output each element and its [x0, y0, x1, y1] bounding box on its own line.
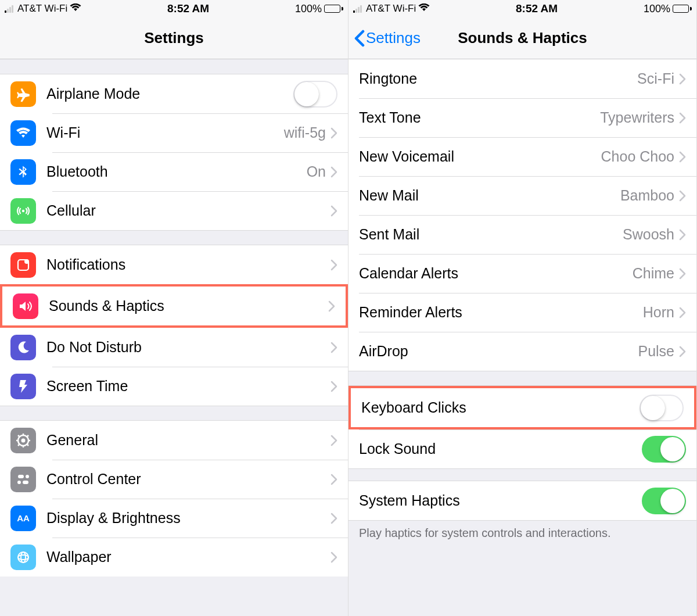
row-general[interactable]: General	[0, 421, 348, 460]
chevron-right-icon	[679, 307, 686, 318]
highlight-sounds: Sounds & Haptics	[0, 284, 348, 328]
screen-time-icon	[10, 374, 36, 399]
row-ringtone[interactable]: Ringtone Sci-Fi	[348, 59, 696, 98]
status-time: 8:52 AM	[167, 2, 209, 15]
chevron-right-icon	[330, 342, 337, 353]
notifications-icon	[10, 252, 36, 278]
row-text-tone[interactable]: Text Tone Typewriters	[348, 98, 696, 137]
row-cellular[interactable]: Cellular	[0, 191, 348, 230]
battery-icon	[673, 5, 692, 13]
cell-label: Sounds & Haptics	[49, 298, 328, 314]
chevron-right-icon	[330, 474, 337, 485]
chevron-right-icon	[679, 268, 686, 280]
svg-point-19	[18, 555, 28, 560]
chevron-right-icon	[328, 300, 335, 312]
lock-sound-toggle[interactable]	[642, 436, 686, 463]
chevron-right-icon	[330, 166, 337, 178]
svg-line-10	[27, 445, 28, 446]
cell-value: On	[307, 163, 326, 180]
chevron-right-icon	[330, 381, 337, 392]
row-do-not-disturb[interactable]: Do Not Disturb	[0, 328, 348, 367]
row-airdrop[interactable]: AirDrop Pulse	[348, 332, 696, 371]
system-haptics-toggle[interactable]	[642, 488, 686, 514]
battery-percent: 100%	[644, 3, 670, 15]
row-system-haptics[interactable]: System Haptics	[348, 481, 696, 520]
cell-value: Bamboo	[620, 187, 674, 204]
airplane-icon	[10, 81, 36, 107]
cell-label: Display & Brightness	[46, 510, 330, 527]
svg-point-0	[22, 209, 24, 212]
row-new-mail[interactable]: New Mail Bamboo	[348, 176, 696, 215]
row-calendar-alerts[interactable]: Calendar Alerts Chime	[348, 254, 696, 293]
keyboard-clicks-toggle[interactable]	[639, 395, 684, 421]
page-title: Settings	[0, 29, 348, 47]
cell-label: Sent Mail	[359, 226, 623, 243]
cell-label: Bluetooth	[46, 163, 307, 180]
svg-point-4	[21, 438, 26, 442]
svg-line-12	[27, 435, 28, 436]
cell-label: Keyboard Clicks	[361, 399, 639, 416]
chevron-right-icon	[330, 127, 337, 139]
cell-label: New Voicemail	[359, 148, 601, 165]
cell-value: Chime	[633, 265, 674, 282]
footer-note: Play haptics for system controls and int…	[348, 520, 696, 563]
chevron-right-icon	[330, 259, 337, 271]
display-icon: AA	[10, 506, 36, 531]
row-reminder-alerts[interactable]: Reminder Alerts Horn	[348, 293, 696, 332]
svg-text:AA: AA	[17, 513, 30, 523]
airplane-toggle[interactable]	[293, 81, 337, 108]
general-icon	[10, 428, 36, 453]
row-control-center[interactable]: Control Center	[0, 460, 348, 499]
svg-point-2	[24, 259, 29, 264]
cell-label: Airplane Mode	[46, 85, 293, 102]
cellular-icon	[10, 198, 36, 224]
cell-value: wifi-5g	[284, 124, 326, 141]
carrier-label: AT&T Wi-Fi	[17, 3, 67, 15]
chevron-right-icon	[679, 112, 686, 124]
cell-label: Ringtone	[359, 70, 637, 87]
row-airplane-mode[interactable]: Airplane Mode	[0, 74, 348, 113]
row-bluetooth[interactable]: Bluetooth On	[0, 152, 348, 191]
row-display-brightness[interactable]: AA Display & Brightness	[0, 499, 348, 538]
nav-bar: Settings Sounds & Haptics	[348, 17, 696, 59]
cell-label: Reminder Alerts	[359, 304, 643, 321]
cell-label: New Mail	[359, 187, 620, 204]
bluetooth-icon	[10, 159, 36, 185]
signal-icon	[5, 5, 13, 13]
cell-label: Wallpaper	[46, 549, 330, 565]
cell-value: Sci-Fi	[637, 70, 674, 87]
svg-point-14	[26, 475, 29, 478]
cell-label: System Haptics	[359, 492, 642, 509]
row-lock-sound[interactable]: Lock Sound	[348, 429, 696, 468]
cell-label: Wi-Fi	[46, 124, 284, 141]
cell-value: Pulse	[638, 343, 674, 360]
chevron-right-icon	[679, 190, 686, 202]
row-new-voicemail[interactable]: New Voicemail Choo Choo	[348, 137, 696, 176]
row-sent-mail[interactable]: Sent Mail Swoosh	[348, 215, 696, 254]
svg-point-20	[21, 552, 26, 563]
wifi-icon	[418, 3, 430, 14]
nav-bar: Settings	[0, 17, 348, 59]
cell-label: Lock Sound	[359, 440, 642, 457]
row-notifications[interactable]: Notifications	[0, 245, 348, 284]
svg-line-11	[18, 445, 19, 446]
cell-label: Cellular	[46, 202, 330, 219]
row-wifi[interactable]: Wi-Fi wifi-5g	[0, 113, 348, 152]
status-time: 8:52 AM	[516, 2, 558, 15]
svg-rect-13	[18, 475, 24, 478]
chevron-right-icon	[679, 229, 686, 241]
dnd-icon	[10, 335, 36, 360]
chevron-right-icon	[330, 551, 337, 563]
row-screen-time[interactable]: Screen Time	[0, 367, 348, 406]
row-keyboard-clicks[interactable]: Keyboard Clicks	[351, 388, 694, 427]
cell-label: Control Center	[46, 471, 330, 488]
row-wallpaper[interactable]: Wallpaper	[0, 538, 348, 576]
sounds-icon	[13, 293, 38, 319]
back-button[interactable]: Settings	[354, 29, 421, 47]
cell-value: Choo Choo	[601, 148, 674, 165]
svg-point-18	[18, 552, 28, 563]
wifi-settings-icon	[10, 120, 36, 146]
chevron-right-icon	[330, 205, 337, 217]
cell-label: Do Not Disturb	[46, 339, 330, 356]
row-sounds-haptics[interactable]: Sounds & Haptics	[2, 286, 346, 325]
